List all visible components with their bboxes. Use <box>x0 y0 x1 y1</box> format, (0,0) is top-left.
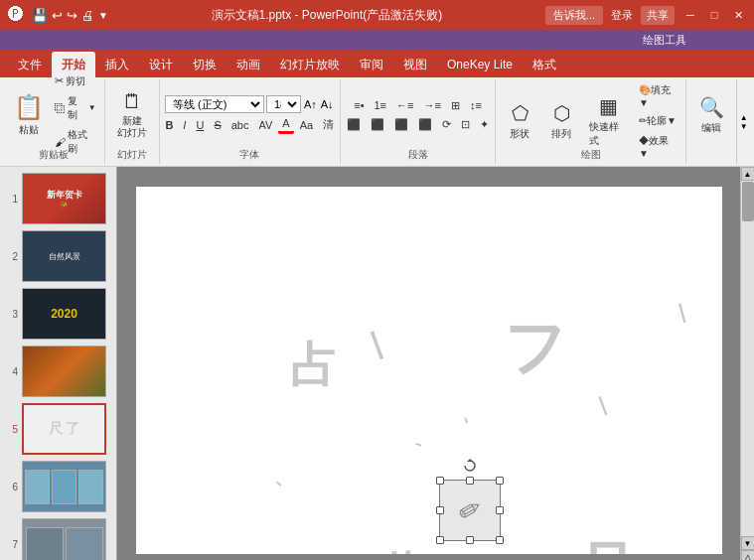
shapes-button[interactable]: ⬠ 形状 <box>500 97 539 145</box>
justify-button[interactable]: ⬛ <box>414 116 436 133</box>
tab-slideshow[interactable]: 幻灯片放映 <box>270 52 350 77</box>
tab-review[interactable]: 审阅 <box>350 52 393 77</box>
slide-thumb-img-7[interactable] <box>22 518 106 560</box>
ribbon-scroll-down-icon[interactable]: ▼ <box>740 122 748 131</box>
decrease-indent-button[interactable]: ←≡ <box>392 97 417 113</box>
font-size-adjust-button[interactable]: Aa <box>296 117 317 133</box>
scroll-up-button[interactable]: ▲ <box>741 167 755 181</box>
handle-tl[interactable] <box>436 477 444 485</box>
rotation-handle[interactable] <box>463 459 477 473</box>
shape-fill-button[interactable]: 🎨填充▼ <box>635 81 681 110</box>
slide-thumbnail-1[interactable]: 1 新年贺卡 🎋 <box>4 171 112 226</box>
window-title: 演示文稿1.pptx - PowerPoint(产品激活失败) <box>108 7 545 24</box>
tab-file[interactable]: 文件 <box>8 52 52 77</box>
font-size-select[interactable]: 18 <box>266 95 301 113</box>
scroll-down-button[interactable]: ▼ <box>741 536 755 550</box>
copy-dropdown-icon[interactable]: ▼ <box>88 103 96 112</box>
slide-thumb-img-6[interactable] <box>22 461 106 512</box>
font-color-button[interactable]: A <box>278 115 293 134</box>
slide-canvas[interactable]: 占 丨 フ 丨 尺 人 、 、 丨 了 、 片 尺 了 人 、 、 <box>136 187 722 554</box>
bullets-button[interactable]: ≡• <box>350 97 368 113</box>
char-stroke1: 丨 <box>356 322 397 370</box>
right-scrollbar[interactable]: ▲ ▼ △ ▽ <box>740 167 754 560</box>
font-size-decrease-icon[interactable]: A↓ <box>320 97 335 111</box>
align-right-button[interactable]: ⬛ <box>390 116 412 133</box>
tab-view[interactable]: 视图 <box>393 52 437 77</box>
slide-thumb-content-3: 2020 <box>49 305 79 323</box>
numbering-button[interactable]: 1≡ <box>371 97 391 113</box>
align-text-button[interactable]: ⊡ <box>457 116 474 133</box>
tab-animations[interactable]: 动画 <box>226 52 270 77</box>
drawing-tools-bar: 绘图工具 <box>0 30 754 50</box>
strikethrough-button[interactable]: S <box>210 117 225 133</box>
close-button[interactable]: ✕ <box>730 7 746 23</box>
slide-thumbnail-5[interactable]: 5 尺 了 <box>4 401 112 457</box>
slide-thumbnail-7[interactable]: 7 <box>4 516 112 560</box>
ribbon-scroll-up-icon[interactable]: ▲ <box>740 113 748 122</box>
slide-thumb-img-3[interactable]: 2020 <box>22 288 106 340</box>
italic-button[interactable]: I <box>179 117 190 133</box>
slide-thumb-img-1[interactable]: 新年贺卡 🎋 <box>22 173 106 224</box>
clipboard-label: 剪贴板 <box>39 148 69 162</box>
scroll-track[interactable] <box>741 181 755 536</box>
shape-outline-button[interactable]: ✏轮廓▼ <box>635 112 681 130</box>
align-left-button[interactable]: ⬛ <box>343 116 365 133</box>
slide-thumbnail-6[interactable]: 6 <box>4 459 112 514</box>
slide-thumb-img-2[interactable]: 自然风景 <box>22 230 106 282</box>
slide-num-2: 2 <box>6 251 18 262</box>
font-family-select[interactable]: 等线 (正文) <box>165 95 264 113</box>
tab-onekey[interactable]: OneKey Lite <box>437 52 523 77</box>
char-spacing-button[interactable]: AV <box>254 117 276 133</box>
tab-insert[interactable]: 插入 <box>95 52 139 77</box>
handle-bl[interactable] <box>436 536 444 544</box>
char-dot3: 、 <box>270 461 294 490</box>
print-icon[interactable]: 🖨 <box>81 8 94 23</box>
search-bar[interactable]: 告诉我... <box>545 6 603 25</box>
line-spacing-button[interactable]: ↕≡ <box>466 97 486 113</box>
paste-button[interactable]: 📋 粘贴 <box>8 86 49 144</box>
quick-access-dropdown-icon[interactable]: ▼ <box>98 10 108 21</box>
maximize-button[interactable]: □ <box>706 7 722 23</box>
smartart-button[interactable]: ✦ <box>476 116 493 133</box>
shape-effects-button[interactable]: ◆效果▼ <box>635 132 681 161</box>
columns-button[interactable]: ⊞ <box>447 97 464 114</box>
tab-transitions[interactable]: 切换 <box>183 52 226 77</box>
slide-thumb-img-4[interactable] <box>22 346 106 397</box>
handle-br[interactable] <box>496 536 504 544</box>
slide-thumbnail-3[interactable]: 3 2020 <box>4 286 112 342</box>
font-size-increase-icon[interactable]: A↑ <box>303 97 318 111</box>
tab-format[interactable]: 格式 <box>523 52 566 77</box>
scroll-thumb[interactable] <box>742 182 754 221</box>
minimize-button[interactable]: ─ <box>682 7 698 23</box>
clear-format-button[interactable]: 清 <box>319 115 338 134</box>
undo-icon[interactable]: ↩ <box>52 8 63 23</box>
handle-tr[interactable] <box>496 477 504 485</box>
bold-button[interactable]: B <box>161 117 177 133</box>
editing-content: 🔍 编辑 <box>691 81 731 148</box>
slide-num-1: 1 <box>6 194 18 205</box>
align-center-button[interactable]: ⬛ <box>367 116 388 133</box>
new-slide-button[interactable]: 🗒 新建幻灯片 <box>111 86 153 143</box>
save-icon[interactable]: 💾 <box>32 8 48 23</box>
paragraph-row2: ⬛ ⬛ ⬛ ⬛ ⟳ ⊡ ✦ <box>343 116 493 133</box>
editing-button[interactable]: 🔍 编辑 <box>691 91 731 139</box>
text-shadow-button[interactable]: abc <box>227 117 253 133</box>
slide-thumbnail-2[interactable]: 2 自然风景 <box>4 228 112 284</box>
text-direction-button[interactable]: ⟳ <box>438 116 455 133</box>
selected-shape[interactable]: ✏ <box>439 480 501 541</box>
scroll-adjust-up[interactable]: △ <box>741 550 755 560</box>
ribbon-scrollbar[interactable]: ▲ ▼ <box>736 79 750 164</box>
increase-indent-button[interactable]: →≡ <box>419 97 444 113</box>
login-button[interactable]: 登录 <box>611 8 633 23</box>
copy-button[interactable]: ⿻复制▼ <box>51 92 100 124</box>
tab-design[interactable]: 设计 <box>139 52 183 77</box>
redo-icon[interactable]: ↪ <box>67 8 77 23</box>
cut-button[interactable]: ✂剪切 <box>51 72 100 90</box>
arrange-label: 排列 <box>551 127 571 141</box>
share-button[interactable]: 共享 <box>641 6 675 25</box>
quick-styles-button[interactable]: ▦ 快速样式 <box>583 90 633 152</box>
slide-thumbnail-4[interactable]: 4 <box>4 344 112 399</box>
underline-button[interactable]: U <box>192 117 208 133</box>
slide-thumb-img-5[interactable]: 尺 了 <box>22 403 106 455</box>
arrange-button[interactable]: ⬡ 排列 <box>541 97 581 145</box>
